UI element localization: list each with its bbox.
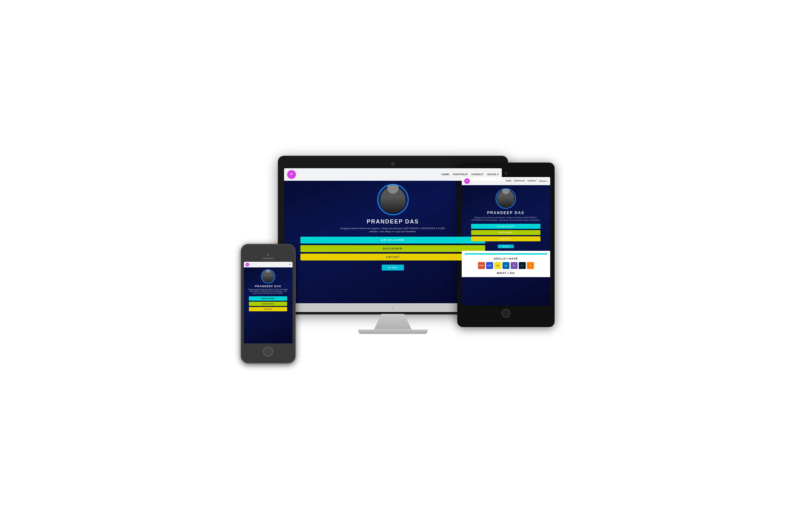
tablet-skill-developer: DEVELOPER <box>471 224 541 229</box>
tablet-screen: P HOME PORTFOLIO CONTACT SOCIAL ▾ <box>462 177 550 306</box>
phone-camera <box>267 253 269 256</box>
imac-nav-contact[interactable]: CONTACT <box>471 173 484 176</box>
imac-camera <box>391 162 395 166</box>
tablet-outer: P HOME PORTFOLIO CONTACT SOCIAL ▾ <box>457 163 554 327</box>
tablet-skills-section: SKILLS I HAVE HTML CSS JS jQ B Ps Ai WHA… <box>462 251 550 277</box>
imac-mywork-button[interactable]: My Work <box>382 265 404 270</box>
imac-avatar <box>377 184 409 215</box>
tablet-device: P HOME PORTFOLIO CONTACT SOCIAL ▾ <box>457 163 554 327</box>
jquery-icon: jQ <box>503 262 509 269</box>
tablet-avatar-silhouette <box>497 190 514 207</box>
phone-device: P ≡ PRANDEEP DAS Bengaluru based fronten… <box>241 244 296 363</box>
scene-container: P HOME PORTFOLIO CONTACT SOCIAL ▾ <box>241 156 554 376</box>
tablet-navbar: P HOME PORTFOLIO CONTACT SOCIAL ▾ <box>462 177 550 185</box>
phone-hero: PRANDEEP DAS Bengaluru based frontend we… <box>244 267 292 315</box>
tablet-what-title: WHAT I DO <box>465 271 547 274</box>
phone-skill-designer: DESIGNER <box>249 302 287 306</box>
tablet-mywork-button[interactable]: My Work <box>498 245 514 248</box>
imac-stand <box>374 314 412 329</box>
phone-skill-artist: ARTIST <box>249 307 287 311</box>
phone-speaker <box>262 258 274 259</box>
imac-nav-links: HOME PORTFOLIO CONTACT SOCIAL ▾ <box>441 173 499 176</box>
imac-nav-home[interactable]: HOME <box>441 173 449 176</box>
tablet-hero-desc: Bengaluru based frontend web engineer. I… <box>471 216 541 222</box>
phone-navbar: P ≡ <box>244 262 292 267</box>
illustrator-icon: Ai <box>527 262 534 269</box>
bootstrap-icon: B <box>511 262 517 269</box>
imac-avatar-silhouette <box>380 187 405 212</box>
tablet-camera <box>505 172 507 174</box>
tablet-website: P HOME PORTFOLIO CONTACT SOCIAL ▾ <box>462 177 550 306</box>
phone-screen: P ≡ PRANDEEP DAS Bengaluru based fronten… <box>244 262 292 343</box>
tablet-skill-designer: DESIGNER <box>471 230 541 235</box>
phone-hero-desc: Bengaluru based frontend web engineer. I… <box>248 289 288 295</box>
css3-icon: CSS <box>486 262 493 269</box>
tablet-nav-home[interactable]: HOME <box>506 180 511 182</box>
tablet-home-button[interactable] <box>501 309 510 318</box>
imac-hero-desc: Bengaluru based frontend web engineer. I… <box>340 227 446 233</box>
tablet-nav-logo: P <box>464 178 470 184</box>
imac-hero-name: PRANDEEP DAS <box>366 218 419 225</box>
imac-skill-developer: DEVELOPER <box>300 237 485 244</box>
phone-hamburger-icon[interactable]: ≡ <box>289 263 291 266</box>
tablet-avatar <box>496 188 516 209</box>
tablet-nav-contact[interactable]: CONTACT <box>527 180 536 182</box>
tablet-nav-social[interactable]: SOCIAL ▾ <box>539 180 547 182</box>
phone-home-button[interactable] <box>263 346 273 357</box>
imac-skill-artist: ARTIST <box>300 253 485 261</box>
imac-nav-social[interactable]: SOCIAL ▾ <box>487 173 498 176</box>
phone-skill-developer: DEVELOPER <box>249 296 287 301</box>
tablet-skill-artist: ARTIST <box>471 236 541 241</box>
apple-logo-icon:  <box>392 305 394 310</box>
javascript-icon: JS <box>494 262 501 269</box>
phone-hero-name: PRANDEEP DAS <box>255 285 281 288</box>
tablet-skills-divider <box>465 253 547 254</box>
phone-avatar-silhouette <box>262 270 274 282</box>
phone-website: P ≡ PRANDEEP DAS Bengaluru based fronten… <box>244 262 292 343</box>
tablet-hero-name: PRANDEEP DAS <box>487 211 525 215</box>
tablet-nav-portfolio[interactable]: PORTFOLIO <box>514 180 525 182</box>
phone-nav-logo: P <box>245 263 249 266</box>
photoshop-icon: Ps <box>519 262 526 269</box>
tablet-skills-icons: HTML CSS JS jQ B Ps Ai <box>465 262 547 269</box>
html5-icon: HTML <box>478 262 485 269</box>
imac-base <box>358 329 428 334</box>
imac-nav-logo: P <box>287 170 296 179</box>
imac-skill-designer: DESIGNER <box>300 245 485 252</box>
phone-outer: P ≡ PRANDEEP DAS Bengaluru based fronten… <box>241 244 296 363</box>
tablet-nav-links: HOME PORTFOLIO CONTACT SOCIAL ▾ <box>506 180 547 182</box>
tablet-skills-title: SKILLS I HAVE <box>465 257 547 260</box>
phone-avatar <box>261 269 275 283</box>
tablet-hero: PRANDEEP DAS Bengaluru based frontend we… <box>462 185 550 251</box>
imac-nav-portfolio[interactable]: PORTFOLIO <box>453 173 468 176</box>
